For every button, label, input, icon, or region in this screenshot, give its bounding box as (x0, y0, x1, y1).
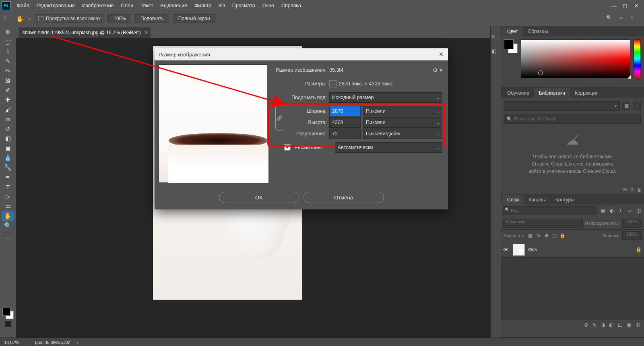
crop-tool-icon[interactable]: ✂ (2, 66, 14, 76)
lock-move-icon[interactable]: ✥ (543, 232, 550, 239)
fg-bg-swatch[interactable] (2, 308, 14, 319)
color-field[interactable] (521, 39, 630, 78)
home-icon[interactable]: ⌂ (3, 14, 12, 23)
grid-view-icon[interactable]: ▦ (622, 102, 630, 110)
dialog-close-icon[interactable]: ✕ (439, 51, 444, 58)
menu-help[interactable]: Справка (278, 1, 304, 10)
layer-thumbnail[interactable] (513, 244, 525, 256)
close-icon[interactable]: ✕ (634, 3, 639, 8)
zoom-readout[interactable]: 16,67% (4, 340, 28, 345)
blur-tool-icon[interactable]: 💧 (2, 153, 14, 163)
width-unit-select[interactable]: Пиксели (363, 106, 442, 116)
workspace-icon[interactable]: ▭ (618, 15, 625, 22)
hue-slider[interactable] (634, 39, 641, 78)
heal-tool-icon[interactable]: ✚ (2, 95, 14, 105)
resample-select[interactable]: Автоматически (335, 142, 442, 153)
new-layer-icon[interactable]: ▣ (627, 322, 632, 328)
move-tool-icon[interactable]: ✥ (2, 27, 14, 37)
sync-icon[interactable]: ⟳ (630, 187, 634, 192)
menu-image[interactable]: Изображение (79, 1, 117, 10)
lasso-tool-icon[interactable]: ⌇ (2, 47, 14, 56)
filter-text-icon[interactable]: T (617, 207, 624, 214)
scroll-all-checkbox[interactable]: Прокрутка во всех окнах (35, 14, 104, 23)
trash-icon[interactable]: 🗑 (637, 187, 642, 192)
brush-tool-icon[interactable]: 🖌 (2, 105, 14, 114)
ok-button[interactable]: OK (219, 192, 299, 203)
group-icon[interactable]: 🗀 (617, 322, 623, 328)
maximize-icon[interactable]: ◻ (622, 3, 628, 8)
quick-select-tool-icon[interactable]: ✎ (2, 56, 14, 66)
filter-shape-icon[interactable]: ▱ (626, 207, 633, 214)
menu-3d[interactable]: 3D (215, 1, 228, 10)
height-unit-select[interactable]: Пиксели (363, 117, 442, 128)
frame-tool-icon[interactable]: ⊠ (2, 76, 14, 85)
lock-pixels-icon[interactable]: ▦ (527, 232, 534, 239)
filter-smart-icon[interactable]: ◫ (635, 207, 642, 214)
stock-search-input[interactable]: 🔍 Поиск в Adobe Stock (504, 114, 641, 124)
constrain-link-icon[interactable]: 🔗 (275, 106, 283, 131)
tab-swatches[interactable]: Образцы (523, 27, 553, 36)
zoom-tool-icon[interactable]: 🔍 (2, 221, 14, 230)
gear-icon[interactable]: ⚙ ▾ (433, 67, 442, 73)
menu-window[interactable]: Окно (259, 1, 277, 10)
gradient-tool-icon[interactable]: ◼ (2, 143, 14, 153)
blend-mode-select[interactable]: Обычные (503, 219, 583, 228)
stamp-tool-icon[interactable]: ⧈ (2, 114, 14, 124)
resolution-unit-select[interactable]: Пиксели/дюйм (363, 128, 442, 139)
path-select-tool-icon[interactable]: ▷ (2, 192, 14, 201)
color-swatch[interactable] (504, 39, 518, 53)
library-select[interactable] (504, 101, 620, 111)
menu-view[interactable]: Просмотр (229, 1, 258, 10)
tab-color[interactable]: Цвет (502, 27, 523, 36)
fit-to-select[interactable]: Исходный размер (329, 92, 442, 103)
search-icon[interactable]: 🔍 (606, 15, 613, 22)
marquee-tool-icon[interactable]: ⬚ (2, 37, 14, 47)
resize-grip-icon[interactable] (627, 75, 631, 79)
menu-layers[interactable]: Слои (118, 1, 136, 10)
filter-adjust-icon[interactable]: ◐ (609, 207, 615, 214)
fx-icon[interactable]: fx (592, 322, 597, 328)
tab-libraries[interactable]: Библиотеки (534, 88, 570, 98)
menu-select[interactable]: Выделение (157, 1, 190, 10)
tab-paths[interactable]: Контуры (551, 195, 579, 205)
visibility-icon[interactable]: 👁 (503, 247, 510, 253)
screenmode-icon[interactable] (5, 329, 11, 335)
tab-learn[interactable]: Обучение (502, 88, 534, 98)
lock-artboard-icon[interactable]: ▢ (551, 232, 558, 239)
text-tool-icon[interactable]: T (2, 182, 14, 192)
width-input[interactable] (329, 106, 361, 116)
tab-close-icon[interactable]: ✕ (144, 30, 148, 35)
tab-channels[interactable]: Каналы (524, 195, 551, 205)
cancel-button[interactable]: Отмена (303, 192, 384, 203)
zoom-100-button[interactable]: 100% (108, 14, 131, 23)
delete-layer-icon[interactable]: 🗑 (636, 322, 641, 328)
minimize-icon[interactable]: — (611, 3, 617, 8)
menu-text[interactable]: Текст (137, 1, 156, 10)
fill-input[interactable]: 100% (622, 231, 642, 240)
opacity-input[interactable]: 100% (622, 219, 642, 228)
menu-file[interactable]: Файл (14, 1, 33, 10)
document-tab[interactable]: shawn-fields-1198524-unsplash.jpg @ 16,7… (19, 27, 151, 38)
list-view-icon[interactable]: ≡ (633, 102, 641, 110)
mask-icon[interactable]: ◑ (601, 322, 605, 328)
filter-image-icon[interactable]: ▣ (600, 207, 606, 214)
quickmask-icon[interactable] (5, 321, 11, 327)
eyedropper-tool-icon[interactable]: ✐ (2, 85, 14, 95)
resolution-input[interactable] (329, 128, 361, 139)
resample-checkbox[interactable]: ✔ (284, 144, 291, 151)
dodge-tool-icon[interactable]: 🔧 (2, 163, 14, 172)
share-icon[interactable]: ⇪ (630, 15, 638, 22)
layer-filter-input[interactable] (503, 206, 597, 215)
height-input[interactable] (329, 117, 361, 128)
pen-tool-icon[interactable]: ✒ (2, 172, 14, 182)
tab-adjustments[interactable]: Коррекция (570, 88, 603, 98)
menu-filter[interactable]: Фильтр (191, 1, 215, 10)
collapsed-panel-icon[interactable]: ≡ (492, 34, 499, 41)
eraser-tool-icon[interactable]: ◧ (2, 134, 14, 143)
history-brush-tool-icon[interactable]: ↺ (2, 124, 14, 134)
hand-tool-icon[interactable]: ✋ (16, 15, 24, 23)
hand-tool-icon[interactable]: ✋ (2, 211, 14, 221)
adjustment-icon[interactable]: ◐ (609, 322, 613, 328)
dimensions-expand-icon[interactable]: ⌵ (329, 80, 336, 87)
collapsed-panel-icon[interactable]: ◧ (492, 48, 499, 56)
